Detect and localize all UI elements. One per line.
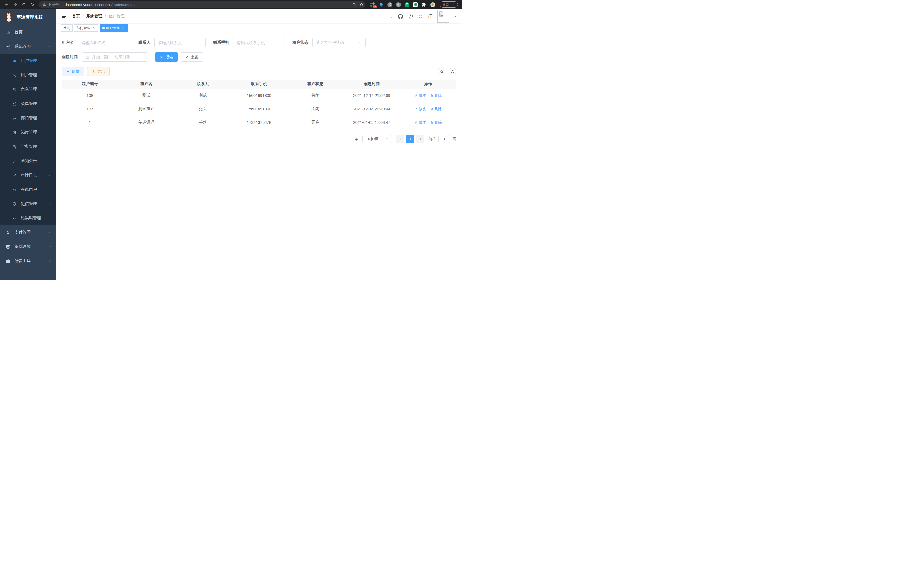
sidebar-item-pay-management[interactable]: 支付管理: [0, 225, 56, 240]
delete-link[interactable]: 删除: [430, 120, 442, 125]
reset-button[interactable]: 重置: [181, 52, 203, 62]
tenant-name-input[interactable]: [78, 38, 131, 47]
home-button[interactable]: [28, 1, 36, 8]
sidebar-item-notice[interactable]: 通知公告: [0, 154, 56, 168]
extension-chat-icon[interactable]: [413, 2, 418, 7]
tab-home[interactable]: 首页: [61, 24, 73, 32]
bookmark-star-button[interactable]: [359, 2, 364, 7]
table-row: 108测试测试15601691300关闭2021-12-14 21:02:09修…: [62, 89, 456, 102]
export-button[interactable]: 导出: [87, 67, 110, 76]
sidebar-item-tenant-management[interactable]: 租户管理: [0, 54, 56, 68]
column-header: 联系人: [175, 80, 231, 89]
browser-profile-avatar[interactable]: [430, 2, 435, 7]
sidebar-item-system-management[interactable]: 系统管理: [0, 39, 56, 54]
table-row: 107测试租户秃头15601691300关闭2021-12-14 20:49:4…: [62, 102, 456, 116]
share-button[interactable]: [352, 3, 356, 7]
forward-button[interactable]: [11, 1, 19, 8]
delete-link[interactable]: 删除: [430, 93, 442, 98]
pagination-total: 共 3 条: [347, 136, 358, 141]
avatar-caret-down-icon[interactable]: [454, 15, 458, 18]
sidebar-item-home[interactable]: 首页: [0, 25, 56, 39]
extensions-puzzle-icon[interactable]: [422, 2, 427, 7]
extension-command-icon[interactable]: ⌘: [387, 2, 392, 7]
cell-name: 测试: [118, 89, 174, 102]
extension-grid-icon[interactable]: 10: [370, 2, 375, 7]
extension-record-icon[interactable]: [396, 2, 401, 7]
prev-page-button[interactable]: [396, 135, 404, 143]
close-icon[interactable]: ×: [121, 26, 125, 30]
fullscreen-icon[interactable]: [418, 14, 423, 19]
sidebar-item-label: 基础设施: [15, 244, 31, 249]
breadcrumb-item[interactable]: 系统管理: [86, 14, 102, 19]
font-size-icon[interactable]: тT: [428, 14, 432, 19]
edit-link[interactable]: 修改: [414, 120, 426, 125]
search-button[interactable]: 搜索: [155, 52, 178, 62]
toggle-search-button[interactable]: [438, 68, 446, 75]
sidebar-item-error-code-management[interactable]: 错误码管理: [0, 211, 56, 225]
sidebar-item-dept-management[interactable]: 部门管理: [0, 111, 56, 125]
toolbox-icon: [6, 259, 10, 264]
app-logo-row[interactable]: 芋道管理系统: [0, 9, 56, 25]
filter-row-1: 租户名 联系人 联系手机 租户状态 请选择租户状态: [62, 38, 456, 47]
yen-icon: [6, 230, 10, 235]
delete-link[interactable]: 删除: [430, 106, 442, 111]
browser-menu-dots-icon[interactable]: [452, 3, 455, 7]
breadcrumb-item[interactable]: 首页: [72, 14, 80, 19]
delete-label: 删除: [434, 120, 442, 125]
chrome-update-button[interactable]: 更新: [440, 2, 458, 8]
trash-icon: [430, 121, 434, 124]
sidebar-collapse-button[interactable]: [61, 13, 68, 20]
mobile-input[interactable]: [233, 38, 285, 47]
sidebar-item-post-management[interactable]: 岗位管理: [0, 125, 56, 140]
address-bar[interactable]: 不安全 dashboard.yudao.iocoder.cn/system/te…: [39, 1, 365, 8]
help-icon[interactable]: [408, 14, 413, 19]
site-security[interactable]: 不安全: [42, 2, 59, 7]
url-text: dashboard.yudao.iocoder.cn/system/tenant: [65, 3, 350, 7]
edit-link[interactable]: 修改: [414, 106, 426, 111]
sidebar-item-menu-management[interactable]: 菜单管理: [0, 97, 56, 111]
sidebar-item-label: 错误码管理: [21, 216, 41, 221]
security-label: 不安全: [48, 2, 59, 7]
app-logo: [4, 12, 14, 22]
sidebar-item-role-management[interactable]: 角色管理: [0, 82, 56, 97]
add-button[interactable]: 新增: [62, 67, 84, 76]
extension-badge: 10: [373, 5, 376, 8]
sidebar-item-dev-tools[interactable]: 研发工具: [0, 254, 56, 268]
sidebar-item-label: 首页: [15, 30, 22, 35]
chevron-down-icon: [48, 245, 51, 248]
tenant-status-select[interactable]: 请选择租户状态: [312, 38, 366, 47]
pencil-icon: [414, 121, 418, 124]
github-icon[interactable]: [398, 14, 403, 19]
header-search-icon[interactable]: [388, 14, 393, 19]
goto-page-input[interactable]: [438, 135, 450, 143]
cell-mobile: 15601691300: [231, 89, 287, 102]
sidebar-item-online-users[interactable]: 在线用户: [0, 182, 56, 197]
sidebar-item-user-management[interactable]: 用户管理: [0, 68, 56, 82]
sidebar-item-label: 系统管理: [15, 44, 31, 49]
back-button[interactable]: [3, 1, 10, 8]
sidebar-menu: 首页系统管理租户管理用户管理角色管理菜单管理部门管理岗位管理字典管理通知公告审计…: [0, 25, 56, 268]
close-icon[interactable]: ×: [92, 26, 96, 30]
next-page-button[interactable]: [416, 135, 424, 143]
tab-tenant-management[interactable]: 租户管理×: [100, 24, 128, 32]
tab-dept-management[interactable]: 部门管理×: [74, 24, 98, 32]
sidebar-item-infrastructure[interactable]: 基础设施: [0, 240, 56, 254]
sidebar-item-audit-log[interactable]: 审计日志: [0, 168, 56, 182]
edit-link[interactable]: 修改: [414, 93, 426, 98]
extension-balloon-icon[interactable]: [379, 2, 384, 7]
refresh-table-button[interactable]: [448, 68, 456, 75]
broken-image-icon: [438, 11, 445, 17]
reload-button[interactable]: [20, 1, 27, 8]
sidebar-item-dict-management[interactable]: 字典管理: [0, 140, 56, 154]
sidebar-item-sms-management[interactable]: 短信管理: [0, 197, 56, 211]
create-time-range-picker[interactable]: 开始日期 - 结束日期: [82, 52, 148, 62]
page-size-select[interactable]: 10条/页: [362, 135, 391, 143]
page-1-button[interactable]: 1: [406, 135, 414, 143]
mobile-label: 联系手机: [213, 40, 229, 45]
editsq-icon: [12, 173, 17, 177]
extension-y-icon[interactable]: Y: [404, 2, 410, 7]
contact-input[interactable]: [154, 38, 206, 47]
column-header: 租户状态: [287, 80, 344, 89]
user-avatar[interactable]: [437, 10, 449, 23]
users-icon: [12, 87, 17, 92]
